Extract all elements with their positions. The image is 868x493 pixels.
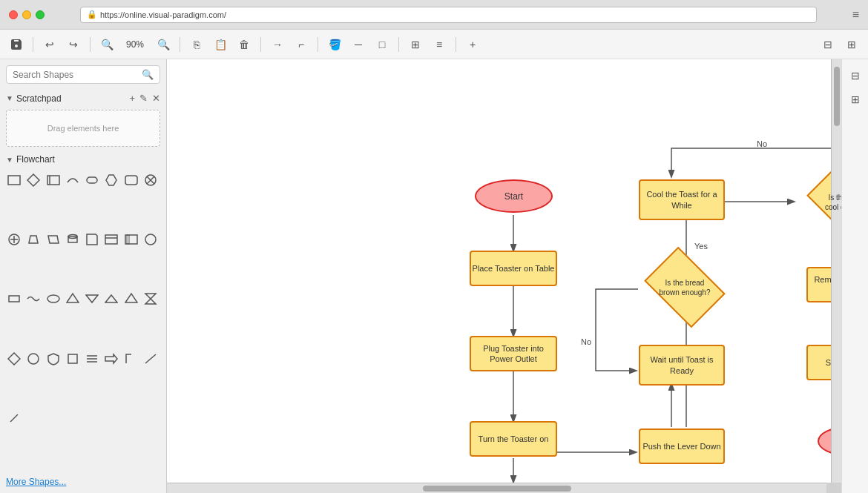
panel-toggle-button[interactable]: ⊞ [845,89,866,110]
shape-circle2[interactable] [25,351,42,367]
divider-2 [90,37,91,52]
add-button[interactable]: + [462,34,483,55]
shape-cylinder[interactable] [65,231,81,248]
shape-rounded-rect[interactable] [123,172,139,188]
shape-diagonal[interactable] [142,351,159,367]
shape-trapezoid[interactable] [25,231,42,248]
url-text: https://online.visual-paradigm.com/ [100,10,226,19]
shape-wave[interactable] [25,291,42,307]
minimize-button[interactable] [22,10,31,19]
scratchpad-close-icon[interactable]: ✕ [152,93,160,104]
zoom-in-button[interactable]: 🔍 [153,34,174,55]
node-wait-ready[interactable]: Wait until Toast is Ready [639,345,725,386]
url-bar[interactable]: 🔒 https://online.visual-paradigm.com/ [80,7,817,23]
shape-subproc[interactable] [123,231,139,248]
node-plug-toaster[interactable]: Plug Toaster into Power Outlet [470,336,557,371]
shape-internal[interactable] [103,231,119,248]
scratchpad-header: ▼ Scratchpad + ✎ ✕ [0,90,166,107]
shape-plus[interactable] [6,231,22,248]
line-color-button[interactable]: ─ [348,34,369,55]
scroll-thumb-y[interactable] [834,67,840,126]
connector-button[interactable]: → [267,34,288,55]
undo-button[interactable]: ↩ [39,34,60,55]
svg-marker-26 [86,295,98,302]
svg-rect-0 [8,176,20,185]
shape-hourglass[interactable] [142,291,159,307]
paste-button[interactable]: 📋 [210,34,231,55]
scratchpad-label: Scratchpad [16,93,62,104]
shape-diamond[interactable] [25,172,42,188]
scroll-thumb-x[interactable] [423,486,571,492]
scroll-y[interactable] [831,59,841,483]
search-input[interactable] [13,70,142,80]
delete-button[interactable]: 🗑 [234,34,254,55]
shape-angle[interactable] [65,291,81,307]
node-cool-toast[interactable]: Cool the Toast for a While [639,179,725,220]
shape-circle[interactable] [142,231,159,248]
save-button[interactable] [6,34,27,55]
svg-marker-27 [105,295,117,302]
canvas-wrapper[interactable]: Start Start Place Toaster on Table Plug … [167,59,841,493]
shape-stadium[interactable] [84,172,100,188]
shape-diamond2[interactable] [6,351,22,367]
svg-line-38 [10,414,18,422]
grid-view-button[interactable]: ⊟ [818,34,838,55]
copy-button[interactable]: ⎘ [186,34,207,55]
svg-marker-14 [48,236,59,243]
maximize-button[interactable] [36,10,45,19]
flowchart-label: Flowchart [16,154,55,165]
node-push-lever[interactable]: Push the Lever Down [639,429,725,464]
svg-point-24 [47,295,59,302]
shape-square[interactable] [65,351,81,367]
scratchpad-add-icon[interactable]: + [129,93,135,104]
search-icon: 🔍 [142,69,154,80]
flowchart-canvas: Start Start Place Toaster on Table Plug … [167,59,831,483]
shape-arrow[interactable] [103,351,119,367]
flowchart-header: ▼ Flowchart [0,150,166,169]
zoom-out-button[interactable]: 🔍 [96,34,117,55]
divider-3 [180,37,180,52]
shape-parallelogram[interactable] [45,231,62,248]
shape-hexagon[interactable] [103,172,119,188]
shape-lines[interactable] [84,351,100,367]
elbow-button[interactable]: ⌐ [291,34,312,55]
label-no1: No [757,139,767,148]
arrange-button[interactable]: ⊞ [405,34,426,55]
style-button[interactable]: □ [372,34,392,55]
shape-oval[interactable] [45,291,62,307]
shape-rectangle[interactable] [6,172,22,188]
scratchpad-edit-icon[interactable]: ✎ [139,93,148,104]
svg-line-37 [145,354,156,363]
redo-button[interactable]: ↪ [63,34,84,55]
node-place-toaster[interactable]: Start Place Toaster on Table [470,251,557,286]
align-button[interactable]: ≡ [429,34,450,55]
titlebar: 🔒 https://online.visual-paradigm.com/ ≡ [0,0,868,30]
scroll-x[interactable] [167,483,826,493]
shape-corner[interactable] [123,351,139,367]
shape-note[interactable] [84,231,100,248]
close-button[interactable] [9,10,18,19]
main-layout: 🔍 ▼ Scratchpad + ✎ ✕ Drag elements here … [0,59,868,493]
more-shapes-link[interactable]: More Shapes... [0,471,166,493]
divider-7 [456,37,456,52]
node-turn-on[interactable]: Turn the Toaster on [470,421,557,457]
shape-process[interactable] [45,172,62,188]
svg-marker-5 [106,175,116,185]
shape-shield[interactable] [45,351,62,367]
shape-chevron-down[interactable] [84,291,100,307]
svg-rect-4 [87,177,97,183]
fill-button[interactable]: 🪣 [324,34,345,55]
shape-x[interactable] [142,172,159,188]
menu-button[interactable]: ≡ [852,8,859,21]
shape-curved[interactable] [65,172,81,188]
shape-inv-triangle[interactable] [103,291,119,307]
node-is-bread-brown[interactable]: Is the breadbrown enough? [644,259,726,315]
grid-toggle-button[interactable]: ⊟ [845,65,866,86]
node-start[interactable]: Start [475,179,553,213]
shape-h-rect[interactable] [6,291,22,307]
panel-button[interactable]: ⊞ [841,34,862,55]
search-box[interactable]: 🔍 [6,65,160,84]
divider-4 [260,37,261,52]
shape-triangle[interactable] [123,291,139,307]
shape-diagonal2[interactable] [6,410,22,426]
